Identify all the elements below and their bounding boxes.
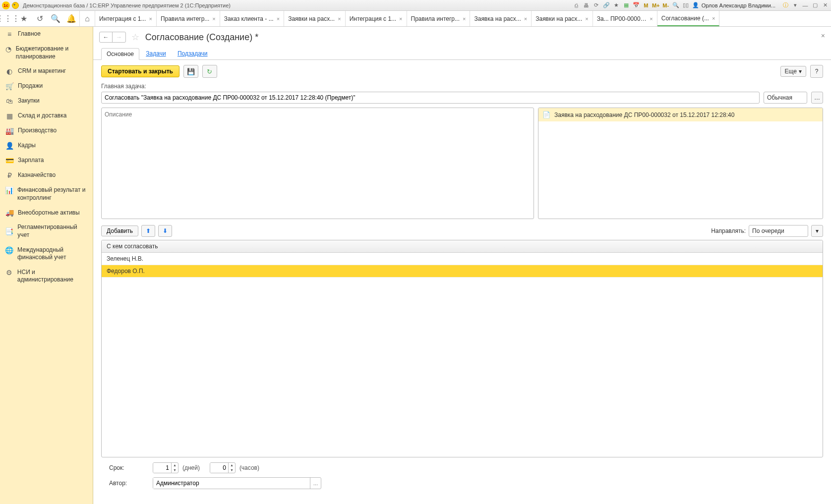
doc-tab[interactable]: Правила интегр...×	[157, 11, 220, 26]
sidebar-item[interactable]: 🚚Внеоборотные активы	[0, 205, 93, 220]
doc-tab[interactable]: Согласование (...×	[657, 11, 720, 26]
restore-button[interactable]: ↻	[202, 65, 217, 78]
move-up-button[interactable]: ⬆	[141, 225, 155, 237]
doc-tab[interactable]: Заявки на расх...×	[532, 11, 593, 26]
direct-select[interactable]: По очереди	[749, 225, 808, 237]
sidebar-item[interactable]: 👤Кадры	[0, 138, 93, 153]
move-down-button[interactable]: ⬇	[158, 225, 172, 237]
add-row-button[interactable]: Добавить	[101, 225, 138, 236]
sidebar-item[interactable]: ≡Главное	[0, 27, 93, 42]
dropdown-icon[interactable]: ▾	[791, 1, 799, 9]
sidebar-item[interactable]: ◔Бюджетирование и планирование	[0, 42, 93, 64]
sidebar-item[interactable]: ⚙НСИ и администрирование	[0, 265, 93, 287]
sidebar-item[interactable]: 💳Зарплата	[0, 153, 93, 168]
attachment-item[interactable]: 📄 Заявка на расходование ДС ПР00-000032 …	[538, 108, 823, 121]
sidebar-item[interactable]: 📊Финансовый результат и контроллинг	[0, 183, 93, 205]
tab-label: Согласование (...	[661, 15, 709, 22]
user-icon[interactable]: 👤	[692, 1, 700, 9]
main-task-input[interactable]	[101, 92, 760, 104]
home-icon[interactable]: ⌂	[79, 11, 95, 26]
memory-mplus[interactable]: M+	[652, 1, 660, 9]
sidebar-item[interactable]: ◐CRM и маркетинг	[0, 64, 93, 79]
memory-m[interactable]: M	[642, 1, 650, 9]
titlebar-menu-dropdown[interactable]	[12, 2, 19, 9]
sidebar-item[interactable]: 🌐Международный финансовый учет	[0, 243, 93, 265]
doc-tab[interactable]: За... ПР00-000032×	[593, 11, 657, 26]
user-name[interactable]: Орлов Александр Владими...	[702, 2, 775, 8]
more-menu-button[interactable]: Еще▾	[780, 66, 806, 77]
table-row[interactable]: Зеленец Н.В.	[102, 253, 823, 265]
sidebar-icon: ◐	[5, 67, 14, 75]
sidebar-item[interactable]: 🛒Продажи	[0, 79, 93, 94]
sidebar-item[interactable]: ▦Склад и доставка	[0, 109, 93, 123]
search-icon[interactable]: 🔍	[48, 11, 63, 26]
grid-icon[interactable]: ▦	[622, 1, 630, 9]
hours-down[interactable]: ▼	[229, 468, 235, 473]
tab-close-icon[interactable]: ×	[463, 16, 466, 22]
tab-close-icon[interactable]: ×	[524, 16, 527, 22]
doc-tab[interactable]: Правила интегр...×	[407, 11, 471, 26]
start-and-close-button[interactable]: Стартовать и закрыть	[101, 65, 179, 77]
link-icon[interactable]: 🔗	[602, 1, 610, 9]
hours-input[interactable]	[210, 463, 228, 473]
doc-tab[interactable]: Заявка на расх...×	[470, 11, 532, 26]
history-icon[interactable]: ↺	[32, 11, 48, 26]
sidebar-icon: 📑	[5, 227, 13, 235]
calendar-icon[interactable]: 📅	[632, 1, 640, 9]
author-input[interactable]	[153, 478, 310, 489]
tab-close-icon[interactable]: ×	[712, 15, 715, 21]
doc-tab[interactable]: Интеграция с 1...×	[346, 11, 407, 26]
tab-main[interactable]: Основное	[101, 48, 139, 60]
hours-spinner[interactable]: ▲▼	[210, 462, 236, 473]
favorite-toggle-icon[interactable]: ☆	[131, 32, 139, 43]
nav-back-button[interactable]: ←	[100, 32, 113, 42]
tab-close-icon[interactable]: ×	[585, 16, 588, 22]
tab-close-icon[interactable]: ×	[277, 16, 280, 22]
sidebar-item[interactable]: ₽Казначейство	[0, 168, 93, 183]
help-button[interactable]: ?	[810, 65, 823, 78]
refresh-icon[interactable]: ⟳	[593, 1, 600, 9]
printer-icon[interactable]: ⎙	[573, 1, 581, 9]
print-icon[interactable]: 🖶	[583, 1, 591, 9]
tab-subtasks[interactable]: Подзадачи	[173, 48, 213, 59]
sidebar-item[interactable]: 🏭Производство	[0, 123, 93, 138]
memory-mminus[interactable]: M-	[662, 1, 670, 9]
author-options-button[interactable]: …	[310, 478, 321, 489]
nav-forward-button[interactable]: →	[113, 32, 125, 42]
doc-tab[interactable]: Заявки на расх...×	[284, 11, 346, 26]
tab-close-icon[interactable]: ×	[399, 16, 402, 22]
star-icon[interactable]: ★	[612, 1, 620, 9]
layout-icon[interactable]: ▯▯	[682, 1, 690, 9]
days-spinner[interactable]: ▲▼	[153, 462, 178, 473]
minimize-icon[interactable]: —	[801, 1, 809, 9]
tab-tasks[interactable]: Задачи	[141, 48, 171, 59]
maximize-icon[interactable]: ▢	[811, 1, 819, 9]
description-textarea[interactable]	[101, 108, 534, 219]
notifications-icon[interactable]: 🔔	[63, 11, 79, 26]
close-page-button[interactable]: ×	[821, 32, 825, 40]
task-type-options-button[interactable]: …	[811, 92, 823, 104]
tab-close-icon[interactable]: ×	[338, 16, 341, 22]
save-button[interactable]: 💾	[183, 65, 198, 78]
doc-tab[interactable]: Интеграция с 1...×	[95, 11, 157, 26]
days-down[interactable]: ▼	[172, 468, 178, 473]
sidebar-item[interactable]: 📑Регламентированный учет	[0, 220, 93, 242]
favorites-icon[interactable]: ★	[16, 11, 32, 26]
info-icon[interactable]: ⓘ	[781, 1, 789, 9]
sidebar-label: Регламентированный учет	[17, 224, 88, 239]
days-input[interactable]	[153, 463, 171, 473]
zoom-icon[interactable]: 🔍	[672, 1, 680, 9]
task-type-select[interactable]: Обычная	[764, 92, 807, 104]
close-window-icon[interactable]: ✕	[821, 1, 829, 9]
direct-dropdown-button[interactable]: ▾	[811, 225, 823, 237]
tab-close-icon[interactable]: ×	[212, 16, 215, 22]
hours-up[interactable]: ▲	[229, 463, 235, 468]
table-row[interactable]: Федоров О.П.	[102, 265, 823, 278]
logo-1c-icon: 1c	[2, 1, 10, 9]
apps-icon[interactable]: ⋮⋮⋮	[0, 11, 16, 26]
tab-close-icon[interactable]: ×	[149, 16, 152, 22]
tab-close-icon[interactable]: ×	[650, 16, 653, 22]
sidebar-item[interactable]: 🛍Закупки	[0, 94, 93, 109]
doc-tab[interactable]: Заказ клиента - ...×	[220, 11, 284, 26]
days-up[interactable]: ▲	[172, 463, 178, 468]
